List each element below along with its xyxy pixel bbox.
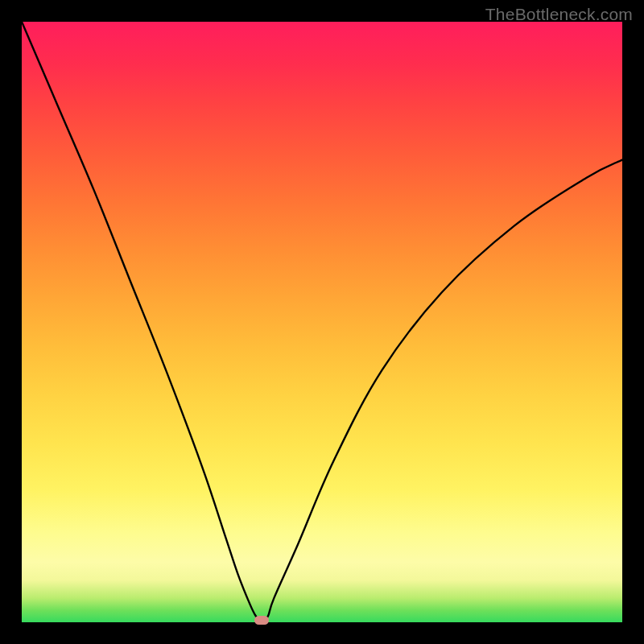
min-marker	[254, 616, 269, 625]
curve-path	[22, 22, 622, 622]
plot-area	[22, 22, 622, 622]
bottleneck-curve	[22, 22, 622, 622]
chart-frame: TheBottleneck.com	[0, 0, 644, 644]
